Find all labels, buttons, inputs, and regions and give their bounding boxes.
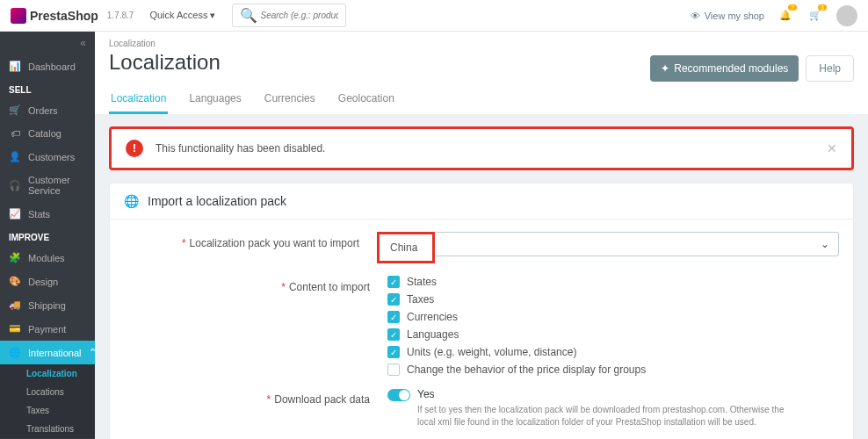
breadcrumb: Localization [109, 39, 221, 48]
sidebar-item-international[interactable]: 🌐International⌃ [0, 341, 95, 364]
checkbox-behavior[interactable] [387, 363, 400, 376]
alert-banner: ! This functionality has been disabled. … [109, 126, 854, 170]
checkbox-languages[interactable]: ✓ [387, 328, 400, 341]
sidebar-item-customers[interactable]: 👤Customers [0, 145, 95, 169]
page-header: Localization Localization ✦Recommended m… [95, 32, 868, 114]
cart-icon[interactable]: 🛒3 [807, 7, 824, 25]
close-icon[interactable]: ✕ [827, 141, 837, 155]
sidebar-section-improve: IMPROVE [0, 226, 95, 246]
tab-languages[interactable]: Languages [187, 85, 242, 114]
avatar[interactable] [836, 5, 857, 26]
import-card: 🌐 Import a localization pack *Localizati… [109, 183, 854, 439]
truck-icon: 🚚 [9, 299, 21, 311]
card-icon: 💳 [9, 323, 21, 335]
localization-pack-select[interactable]: China [381, 236, 430, 259]
version-label: 1.7.8.7 [107, 11, 134, 20]
checkbox-taxes[interactable]: ✓ [387, 293, 400, 306]
checkbox-units[interactable]: ✓ [387, 346, 400, 358]
error-icon: ! [126, 140, 143, 157]
sidebar-subitem-translations[interactable]: Translations [0, 420, 95, 438]
checkbox-currencies[interactable]: ✓ [387, 311, 400, 323]
download-label: *Download pack data [124, 388, 387, 428]
sidebar-item-design[interactable]: 🎨Design [0, 270, 95, 293]
chart-icon: 📈 [9, 208, 21, 220]
pack-label: *Localization pack you want to import [124, 232, 377, 263]
download-help-text: If set to yes then the localization pack… [417, 404, 795, 428]
sidebar-subitem-locations[interactable]: Locations [0, 383, 95, 401]
chevron-up-icon: ⌃ [89, 347, 95, 358]
headset-icon: 🎧 [9, 180, 21, 191]
page-title: Localization [109, 50, 221, 75]
sidebar-item-payment[interactable]: 💳Payment [0, 317, 95, 341]
card-header-import: 🌐 Import a localization pack [110, 184, 853, 220]
eye-icon: 👁 [691, 11, 700, 21]
sidebar-item-customer-service[interactable]: 🎧Customer Service [0, 169, 95, 202]
sidebar-item-catalog[interactable]: 🏷Catalog [0, 122, 95, 145]
logo: PrestaShop 1.7.8.7 [11, 8, 134, 24]
content-label: *Content to import [124, 276, 387, 376]
search-input[interactable] [261, 11, 338, 20]
cart-icon: 🛒 [9, 104, 21, 116]
logo-text: PrestaShop [30, 9, 98, 23]
logo-icon [11, 8, 26, 24]
topbar: PrestaShop 1.7.8.7 Quick Access ▾ 🔍 👁 Vi… [0, 0, 868, 32]
localization-pack-select-ext[interactable]: ⌄ [435, 232, 839, 256]
sidebar-subitem-localization[interactable]: Localization [0, 364, 95, 383]
checkbox-states[interactable]: ✓ [387, 276, 400, 288]
chevron-down-icon: ⌄ [821, 238, 829, 250]
sidebar-item-dashboard[interactable]: 📊Dashboard [0, 54, 95, 78]
sidebar: « 📊Dashboard SELL 🛒Orders 🏷Catalog 👤Cust… [0, 32, 95, 439]
search-icon: 🔍 [240, 7, 257, 24]
user-icon: 👤 [9, 151, 21, 162]
download-toggle[interactable] [387, 389, 410, 401]
puzzle-icon: 🧩 [9, 252, 21, 263]
globe-icon: 🌐 [9, 347, 21, 358]
tag-icon: 🏷 [9, 128, 21, 139]
notifications-icon[interactable]: 🔔? [777, 7, 794, 25]
search-box[interactable]: 🔍 [232, 4, 346, 27]
gauge-icon: 📊 [9, 61, 21, 72]
view-shop-link[interactable]: 👁 View my shop [691, 11, 764, 21]
globe-icon: 🌐 [124, 194, 139, 208]
sidebar-subitem-taxes[interactable]: Taxes [0, 401, 95, 420]
tab-currencies[interactable]: Currencies [263, 85, 317, 114]
sidebar-item-stats[interactable]: 📈Stats [0, 202, 95, 226]
tabs: Localization Languages Currencies Geoloc… [109, 85, 854, 114]
recommended-modules-button[interactable]: ✦Recommended modules [650, 55, 799, 82]
sidebar-collapse-icon[interactable]: « [0, 32, 95, 54]
quick-access-dropdown[interactable]: Quick Access ▾ [149, 10, 215, 21]
sidebar-submenu-international: Localization Locations Taxes Translation… [0, 364, 95, 438]
puzzle-icon: ✦ [661, 62, 669, 75]
sidebar-item-modules[interactable]: 🧩Modules [0, 246, 95, 270]
sidebar-item-shipping[interactable]: 🚚Shipping [0, 293, 95, 317]
toggle-yes-label: Yes [417, 388, 795, 400]
alert-text: This functionality has been disabled. [156, 142, 814, 155]
brush-icon: 🎨 [9, 276, 21, 287]
tab-localization[interactable]: Localization [109, 85, 168, 114]
main-content: Localization Localization ✦Recommended m… [95, 32, 868, 439]
tab-geolocation[interactable]: Geolocation [336, 85, 396, 114]
help-button[interactable]: Help [806, 55, 854, 82]
sidebar-item-orders[interactable]: 🛒Orders [0, 98, 95, 122]
sidebar-section-sell: SELL [0, 78, 95, 98]
